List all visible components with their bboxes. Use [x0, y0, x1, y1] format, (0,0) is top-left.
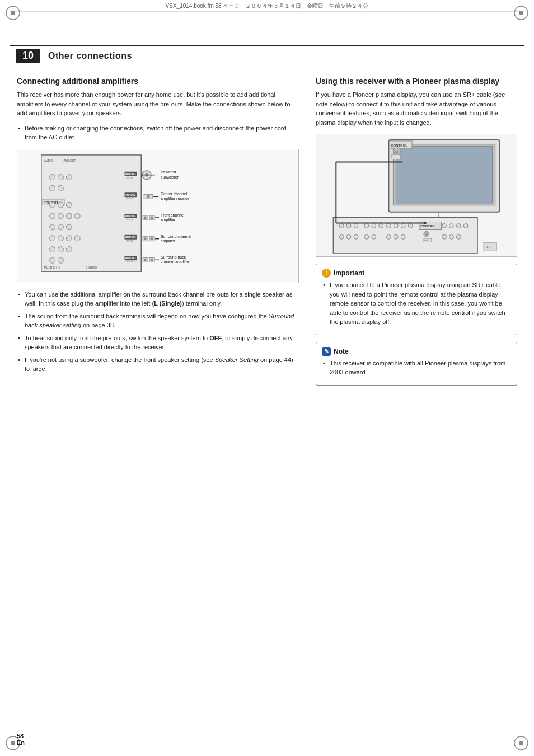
svg-text:Surround back: Surround back: [161, 255, 186, 259]
important-box: ! Important If you connect to a Pioneer …: [316, 264, 517, 335]
left-column: Connecting additional amplifiers This re…: [17, 77, 299, 392]
svg-point-108: [372, 234, 376, 239]
svg-text:CONTROL: CONTROL: [391, 144, 407, 147]
svg-point-122: [442, 224, 447, 228]
svg-point-72: [58, 224, 64, 229]
svg-text:AM LOOP: AM LOOP: [63, 159, 76, 162]
svg-text:ANALOG: ANALOG: [125, 172, 136, 175]
svg-point-127: [449, 234, 453, 239]
svg-point-63: [58, 185, 64, 191]
right-column: Using this receiver with a Pioneer plasm…: [316, 77, 517, 392]
svg-point-101: [364, 224, 369, 228]
svg-point-100: [354, 224, 358, 228]
corner-decoration-tl: [4, 4, 21, 21]
page-number: 58: [17, 732, 24, 739]
svg-point-82: [58, 257, 64, 263]
svg-text:INPUT: INPUT: [126, 218, 133, 220]
svg-point-104: [339, 234, 344, 239]
bullet-after-4: If you're not using a subwoofer, change …: [17, 355, 299, 374]
svg-point-70: [74, 213, 80, 219]
svg-point-45: [151, 237, 153, 240]
chapter-number: 10: [16, 49, 40, 63]
svg-point-60: [58, 174, 64, 180]
svg-point-54: [144, 258, 147, 261]
svg-point-44: [144, 237, 147, 240]
svg-point-75: [58, 235, 64, 241]
bullet-before-diagram: Before making or changing the connection…: [17, 124, 299, 142]
footer: 58 En: [17, 732, 25, 746]
svg-text:GND: GND: [424, 239, 429, 242]
corner-decoration-br: [513, 735, 530, 752]
svg-point-110: [394, 224, 398, 228]
svg-point-7: [519, 741, 523, 745]
language-code: En: [17, 739, 25, 746]
svg-point-114: [394, 234, 398, 239]
svg-point-113: [386, 234, 391, 239]
left-body-text: This receiver has more than enough power…: [17, 90, 299, 118]
svg-text:0 0: 0 0: [486, 245, 491, 248]
svg-point-35: [151, 216, 153, 219]
svg-text:ANALOG: ANALOG: [125, 236, 136, 238]
page-title: Other connections: [48, 51, 132, 61]
svg-point-124: [456, 224, 461, 228]
important-bullet-1: If you connect to a Pioneer plasma displ…: [322, 280, 511, 327]
svg-text:CONTROL: CONTROL: [420, 224, 437, 228]
svg-point-109: [386, 224, 391, 228]
svg-point-3: [519, 11, 523, 15]
svg-text:INPUT: INPUT: [126, 260, 133, 263]
svg-point-77: [74, 235, 80, 241]
svg-point-55: [151, 258, 153, 261]
note-title: ✎ Note: [322, 347, 511, 356]
svg-point-126: [442, 234, 447, 239]
bullet-after-1: You can use the additional amplifier on …: [17, 290, 299, 308]
bullet-after-2: The sound from the surround back termina…: [17, 312, 299, 330]
svg-point-81: [50, 257, 55, 263]
svg-text:Center channel: Center channel: [161, 192, 188, 196]
svg-point-107: [364, 234, 369, 239]
svg-point-66: [66, 202, 72, 208]
svg-point-1: [11, 11, 15, 15]
svg-text:Powered: Powered: [161, 170, 176, 173]
svg-text:ANALOG: ANALOG: [125, 257, 136, 260]
svg-point-69: [66, 213, 72, 219]
svg-text:S VIDEO: S VIDEO: [86, 266, 97, 269]
svg-point-112: [408, 224, 413, 228]
svg-point-79: [58, 246, 64, 252]
svg-point-105: [346, 234, 351, 239]
svg-rect-87: [396, 147, 492, 203]
note-icon: ✎: [322, 347, 331, 356]
svg-text:amplifier (mono): amplifier (mono): [161, 196, 189, 201]
svg-text:INPUT: INPUT: [126, 197, 133, 200]
svg-point-106: [354, 234, 358, 239]
corner-decoration-tr: [513, 4, 530, 21]
svg-point-103: [379, 224, 383, 228]
svg-text:channel amplifier: channel amplifier: [161, 260, 190, 264]
right-section-title: Using this receiver with a Pioneer plasm…: [316, 77, 517, 86]
svg-point-61: [66, 174, 72, 180]
main-content: Connecting additional amplifiers This re…: [0, 65, 534, 403]
svg-point-62: [50, 185, 55, 191]
right-body-text: If you have a Pioneer plasma display, yo…: [316, 90, 517, 127]
svg-text:amplifier: amplifier: [161, 238, 176, 243]
svg-point-73: [66, 224, 72, 229]
svg-point-74: [50, 235, 55, 241]
svg-text:INPUT: INPUT: [126, 239, 133, 242]
svg-point-125: [463, 224, 468, 228]
svg-text:INPUT: INPUT: [126, 176, 133, 179]
svg-text:SR: SR: [395, 151, 399, 153]
svg-point-34: [144, 216, 147, 219]
important-icon: !: [322, 269, 331, 278]
svg-text:ANALOG: ANALOG: [125, 214, 136, 217]
svg-point-25: [147, 195, 150, 198]
svg-text:SR: SR: [425, 233, 428, 236]
svg-text:Surround channel: Surround channel: [161, 234, 191, 238]
file-info: VSX_1014.book.fm 58 ページ ２００４年５月１４日 金曜日 午…: [10, 0, 524, 12]
svg-point-99: [346, 224, 351, 228]
svg-point-5: [11, 741, 15, 745]
svg-point-67: [50, 213, 55, 219]
svg-text:ANALOG: ANALOG: [125, 194, 136, 196]
svg-point-78: [50, 246, 55, 252]
svg-point-68: [58, 213, 64, 219]
svg-point-123: [449, 224, 453, 228]
svg-point-64: [50, 202, 55, 208]
